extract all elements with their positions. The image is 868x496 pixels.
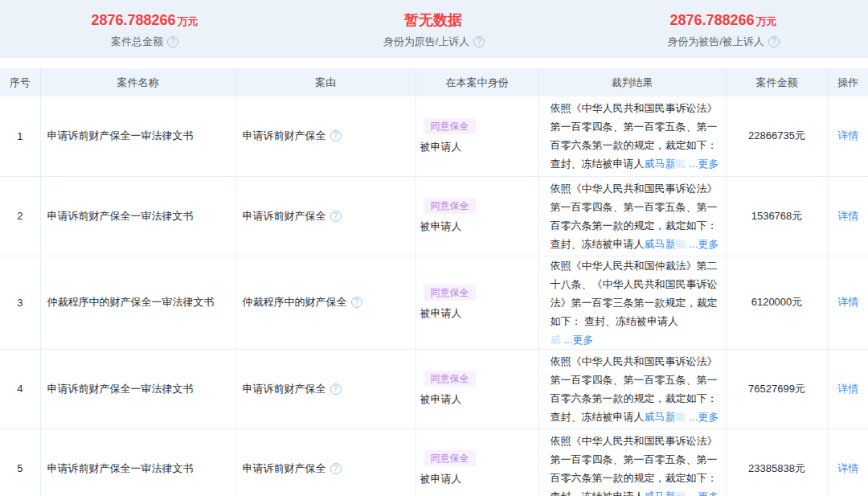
entity-link-fade[interactable]: 能 — [676, 490, 686, 496]
stat-value: 2876.788266万元 — [0, 10, 289, 32]
row-index: 1 — [0, 96, 40, 176]
detail-link[interactable]: 详情 — [837, 296, 858, 308]
judgment-result-text: 依照《中华人民共和国民事诉讼法》第一百零四条、第一百零五条、第一百零六条第一款的… — [551, 435, 718, 496]
summary-stats-bar: 2876.788266万元 案件总金额? 暂无数据 身份为原告/上诉人? 287… — [0, 0, 868, 58]
stat-label-text: 身份为原告/上诉人 — [383, 35, 470, 49]
stat-value: 2876.788266万元 — [579, 10, 868, 32]
detail-link[interactable]: 详情 — [837, 210, 858, 222]
entity-link[interactable]: 威马新能 — [645, 490, 686, 496]
help-icon[interactable]: ? — [167, 36, 178, 47]
entity-link[interactable]: 威马新能 — [645, 158, 686, 170]
stat-block: 2876.788266万元 案件总金额? — [0, 10, 289, 49]
identity-cell: 同意保全 被申请人 — [416, 428, 538, 496]
action-cell: 详情 — [828, 256, 868, 349]
table-row: 2 申请诉前财产保全一审法律文书 申请诉前财产保全? 同意保全 被申请人 依照《… — [0, 176, 868, 256]
help-icon[interactable]: ? — [768, 36, 780, 47]
identity-cell: 同意保全 被申请人 — [416, 96, 538, 176]
col-header-result: 裁判结果 — [538, 68, 726, 96]
cases-table: 序号 案件名称 案由 在本案中身份 裁判结果 案件金额 操作 1 申请诉前财产保… — [0, 68, 868, 496]
entity-link-text[interactable]: 威马新 — [645, 411, 676, 423]
entity-link-text[interactable]: 威马新 — [645, 490, 676, 496]
judgment-result-cell: 依照《中华人民共和国民事诉讼法》第一百零四条、第一百零五条、第一百零六条第一款的… — [538, 176, 726, 256]
help-icon[interactable]: ? — [330, 463, 342, 474]
case-amount: 76527699元 — [726, 349, 828, 428]
stat-value: 暂无数据 — [289, 10, 579, 32]
judgment-result-text: 依照《中华人民共和国仲裁法》第二十八条、《中华人民共和国民事诉讼法》第一百零三条… — [551, 260, 718, 327]
preservation-approved-tag: 同意保全 — [424, 118, 476, 134]
stat-block: 暂无数据 身份为原告/上诉人? — [289, 10, 579, 49]
case-cause: 仲裁程序中的财产保全 — [243, 295, 347, 309]
help-icon[interactable]: ? — [330, 211, 342, 222]
case-name: 申请诉前财产保全一审法律文书 — [40, 428, 235, 496]
more-link[interactable]: ...更多 — [564, 334, 594, 346]
table-row: 1 申请诉前财产保全一审法律文书 申请诉前财产保全? 同意保全 被申请人 依照《… — [0, 96, 868, 176]
stat-label-text: 身份为被告/被上诉人 — [667, 35, 764, 49]
table-body: 1 申请诉前财产保全一审法律文书 申请诉前财产保全? 同意保全 被申请人 依照《… — [0, 96, 868, 496]
detail-link[interactable]: 详情 — [837, 462, 858, 474]
stat-block: 2876.788266万元 身份为被告/被上诉人? — [579, 10, 868, 49]
action-cell: 详情 — [828, 428, 868, 496]
case-name: 申请诉前财产保全一审法律文书 — [40, 176, 235, 256]
entity-link-fade[interactable]: 威 — [551, 334, 561, 346]
case-cause: 申请诉前财产保全 — [243, 461, 326, 476]
row-index: 3 — [0, 256, 40, 349]
case-cause: 申请诉前财产保全 — [243, 209, 326, 223]
entity-link-fade[interactable]: 能 — [676, 238, 686, 250]
action-cell: 详情 — [828, 176, 868, 256]
col-header-action: 操作 — [828, 68, 868, 96]
col-header-identity: 在本案中身份 — [416, 68, 538, 96]
action-cell: 详情 — [828, 349, 868, 428]
judgment-result-cell: 依照《中华人民共和国民事诉讼法》第一百零四条、第一百零五条、第一百零六条第一款的… — [538, 428, 726, 496]
identity-cell: 同意保全 被申请人 — [416, 176, 538, 256]
more-link[interactable]: ...更多 — [690, 158, 719, 170]
more-link[interactable]: ...更多 — [690, 238, 719, 250]
stat-unit: 万元 — [178, 15, 199, 27]
case-cause: 申请诉前财产保全 — [243, 382, 326, 396]
identity-label: 被申请人 — [420, 219, 538, 234]
entity-link[interactable]: 威马新能 — [645, 411, 686, 423]
table-header: 序号 案件名称 案由 在本案中身份 裁判结果 案件金额 操作 — [0, 68, 868, 96]
case-cause-cell: 申请诉前财产保全? — [235, 349, 416, 428]
preservation-approved-tag: 同意保全 — [424, 198, 476, 214]
case-cause-cell: 申请诉前财产保全? — [235, 96, 416, 176]
stat-label: 身份为被告/被上诉人? — [579, 35, 868, 49]
entity-link[interactable]: 威马新能 — [645, 238, 686, 250]
more-link[interactable]: ...更多 — [690, 411, 719, 423]
identity-cell: 同意保全 被申请人 — [416, 256, 538, 349]
entity-link-fade[interactable]: 能 — [676, 411, 686, 423]
help-icon[interactable]: ? — [330, 383, 342, 395]
help-icon[interactable]: ? — [473, 36, 485, 47]
help-icon[interactable]: ? — [351, 297, 362, 308]
case-name: 申请诉前财产保全一审法律文书 — [40, 96, 235, 176]
preservation-approved-tag: 同意保全 — [424, 371, 476, 387]
more-link[interactable]: ...更多 — [690, 490, 719, 496]
help-icon[interactable]: ? — [330, 130, 342, 141]
table-row: 4 申请诉前财产保全一审法律文书 申请诉前财产保全? 同意保全 被申请人 依照《… — [0, 349, 868, 428]
case-amount: 6120000元 — [726, 256, 828, 349]
stat-label-text: 案件总金额 — [111, 35, 163, 49]
stat-label: 案件总金额? — [0, 35, 289, 49]
entity-link-text[interactable]: 威马新 — [645, 158, 676, 170]
identity-label: 被申请人 — [420, 472, 538, 486]
judgment-result-cell: 依照《中华人民共和国仲裁法》第二十八条、《中华人民共和国民事诉讼法》第一百零三条… — [538, 256, 726, 349]
case-amount: 23385838元 — [726, 428, 828, 496]
col-header-index: 序号 — [0, 68, 40, 96]
row-index: 4 — [0, 349, 40, 428]
judgment-result-cell: 依照《中华人民共和国民事诉讼法》第一百零四条、第一百零五条、第一百零六条第一款的… — [538, 349, 726, 428]
stat-number: 2876.788266 — [669, 12, 754, 28]
preservation-approved-tag: 同意保全 — [424, 285, 476, 301]
entity-link-fade[interactable]: 能 — [676, 158, 686, 170]
case-cause: 申请诉前财产保全 — [243, 129, 326, 143]
detail-link[interactable]: 详情 — [837, 383, 858, 395]
col-header-amount: 案件金额 — [726, 68, 828, 96]
detail-link[interactable]: 详情 — [837, 129, 858, 141]
stat-number: 2876.788266 — [91, 12, 175, 28]
action-cell: 详情 — [828, 96, 868, 176]
judgment-result-cell: 依照《中华人民共和国民事诉讼法》第一百零四条、第一百零五条、第一百零六条第一款的… — [538, 96, 726, 176]
entity-link-text[interactable]: 威马新 — [645, 238, 676, 250]
case-cause-cell: 申请诉前财产保全? — [235, 176, 416, 256]
case-amount: 1536768元 — [726, 176, 828, 256]
entity-link[interactable]: 威 — [551, 334, 561, 346]
stat-label: 身份为原告/上诉人? — [289, 35, 579, 49]
case-name: 申请诉前财产保全一审法律文书 — [40, 349, 235, 428]
